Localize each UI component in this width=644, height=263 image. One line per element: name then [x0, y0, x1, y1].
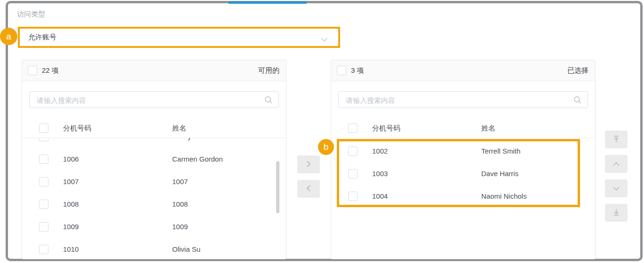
column-header-name: 姓名	[172, 119, 186, 138]
move-to-available-button[interactable]	[297, 180, 320, 198]
annotation-badge-a: a	[0, 28, 17, 45]
available-list: y 1006 Carmen Gordon 1007 1007 1008 1008	[22, 138, 286, 259]
extension-number: 1007	[63, 170, 79, 193]
search-icon	[573, 96, 582, 106]
available-table-header: 分机号码 姓名	[22, 119, 286, 138]
available-count: 22 项	[42, 60, 59, 81]
chevron-left-icon	[306, 185, 311, 193]
header-checkbox[interactable]	[39, 124, 48, 133]
annotation-box-a: 允许账号	[18, 27, 340, 48]
selected-title: 已选择	[567, 60, 588, 81]
extension-number: 1006	[63, 148, 79, 170]
row-checkbox[interactable]	[39, 138, 48, 141]
access-type-selected-value: 允许账号	[28, 33, 56, 42]
chevron-down-icon	[612, 185, 620, 192]
selected-search-box	[338, 91, 588, 108]
available-panel-header: 22 项 可用的	[22, 60, 286, 81]
available-search-input[interactable]	[36, 92, 263, 108]
move-to-top-button[interactable]	[605, 131, 628, 148]
access-type-select[interactable]: 允许账号	[20, 29, 338, 46]
chevron-down-icon	[321, 35, 328, 44]
column-header-number: 分机号码	[372, 119, 400, 138]
access-type-label: 访问类型	[17, 10, 45, 19]
select-all-selected-checkbox[interactable]	[337, 66, 346, 75]
row-checkbox[interactable]	[39, 245, 48, 254]
chevron-right-icon	[306, 160, 311, 169]
selected-panel-header: 3 项 已选择	[331, 60, 595, 81]
extension-name: 1007	[172, 170, 188, 193]
list-item[interactable]: 1006 Carmen Gordon	[22, 148, 286, 170]
extension-name: 1008	[172, 193, 188, 216]
annotation-badge-b: b	[318, 139, 334, 155]
selected-count: 3 项	[351, 60, 364, 81]
selected-search-input[interactable]	[345, 92, 572, 108]
row-checkbox[interactable]	[39, 155, 48, 164]
arrow-to-top-icon	[612, 135, 620, 145]
annotation-box-b	[337, 139, 580, 207]
move-to-bottom-button[interactable]	[605, 204, 628, 222]
search-icon	[264, 96, 273, 106]
move-to-selected-button[interactable]	[297, 155, 320, 173]
partial-name-fragment: y	[188, 138, 191, 148]
arrow-to-bottom-icon	[612, 208, 620, 218]
list-item[interactable]: 1009 1009	[22, 216, 286, 238]
available-search-box	[29, 91, 279, 108]
header-checkbox[interactable]	[348, 124, 358, 133]
list-item[interactable]: 1007 1007	[22, 170, 286, 193]
move-up-button[interactable]	[605, 155, 628, 173]
extension-name: Carmen Gordon	[172, 148, 223, 170]
list-item-partial[interactable]: y	[22, 138, 286, 148]
row-checkbox[interactable]	[39, 222, 48, 232]
row-checkbox[interactable]	[39, 200, 48, 209]
column-header-name: 姓名	[481, 119, 495, 138]
extension-name: Olivia Su	[172, 238, 200, 259]
extension-number: 1009	[63, 216, 79, 238]
extension-name: 1009	[172, 216, 188, 238]
active-tab-indicator	[229, 1, 307, 4]
extension-number: 1010	[63, 238, 79, 259]
move-down-button[interactable]	[605, 179, 628, 197]
row-checkbox[interactable]	[39, 177, 48, 186]
scrollbar-thumb[interactable]	[276, 161, 279, 213]
available-panel: 22 项 可用的 分机号码 姓名 y 1006 Carmen Gordon 10…	[22, 60, 286, 259]
extension-number: 1008	[63, 193, 79, 216]
column-header-number: 分机号码	[63, 119, 91, 138]
selected-table-header: 分机号码 姓名	[331, 119, 595, 138]
select-all-available-checkbox[interactable]	[28, 66, 37, 75]
list-item[interactable]: 1010 Olivia Su	[22, 238, 286, 259]
available-title: 可用的	[258, 60, 279, 81]
list-item[interactable]: 1008 1008	[22, 193, 286, 216]
chevron-up-icon	[612, 161, 620, 168]
